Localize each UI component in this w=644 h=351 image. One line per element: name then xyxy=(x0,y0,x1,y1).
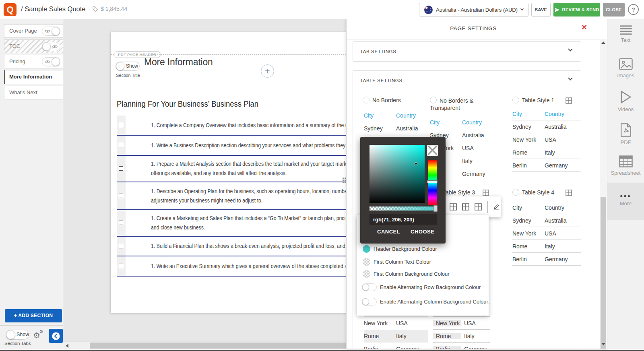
app-window: Q / Sample Sales Quote $ 1,845.44 Austra… xyxy=(0,0,644,351)
section-title-show-toggle[interactable]: Show xyxy=(116,62,140,71)
checklist-item[interactable]: 1. Complete a Company Overview that incl… xyxy=(117,116,352,136)
toolbar-item-images[interactable]: Images xyxy=(607,58,644,78)
quote-price: $ 1,845.44 xyxy=(93,6,127,12)
section-tab-more-information[interactable]: More Information xyxy=(4,70,63,84)
scroll-up-arrow[interactable] xyxy=(601,41,605,44)
radio-button[interactable] xyxy=(512,189,519,196)
visibility-toggle[interactable] xyxy=(42,27,60,36)
visibility-toggle[interactable] xyxy=(42,42,60,51)
settings-gear-icon[interactable]: ⚙⚙ xyxy=(33,330,40,340)
checklist-item[interactable]: 1. Write an Executive Summary which give… xyxy=(117,256,352,277)
section-title[interactable]: More Information xyxy=(144,57,213,68)
drag-handle[interactable] xyxy=(343,178,346,183)
radio-button[interactable] xyxy=(512,97,519,103)
table-cell: Italy xyxy=(545,243,577,250)
add-section-button[interactable]: + ADD SECTION xyxy=(5,309,62,322)
checklist-item[interactable]: 1. Write a Business Description section … xyxy=(117,136,352,156)
checklist-item[interactable]: 1. Build a Financial Plan that shows a b… xyxy=(117,237,352,256)
table-cell: Italy xyxy=(545,149,577,156)
toolbar-item-videos[interactable]: Videos xyxy=(607,90,644,112)
section-label: TOC xyxy=(9,43,20,49)
checkbox[interactable] xyxy=(119,194,123,198)
border-style-icon[interactable] xyxy=(450,203,457,211)
cancel-button[interactable]: CANCEL xyxy=(377,229,400,235)
checkbox[interactable] xyxy=(119,221,123,225)
toolbar-item-pdf[interactable]: PDF xyxy=(607,123,644,145)
visibility-toggle[interactable] xyxy=(42,57,60,66)
toolbar-item-spreadsheet[interactable]: Spreadsheet xyxy=(607,155,644,176)
checkbox[interactable] xyxy=(119,264,123,268)
help-button[interactable]: ? xyxy=(628,4,639,15)
transparent-swatch[interactable] xyxy=(363,258,370,266)
vertical-scrollbar[interactable] xyxy=(600,39,607,349)
checklist-item[interactable]: 1. Describe an Operating Plan for the bu… xyxy=(117,182,352,210)
style-label: No Borders xyxy=(372,97,401,103)
chevron-down-icon xyxy=(520,7,524,10)
transparent-swatch[interactable] xyxy=(363,270,370,278)
review-and-send-button[interactable]: REVIEW & SEND xyxy=(553,3,600,17)
section-tab-whats-next[interactable]: What's Next xyxy=(4,86,63,99)
scroll-left-arrow[interactable] xyxy=(66,344,68,348)
section-tab-pricing[interactable]: Pricing xyxy=(4,55,63,68)
color-swatch[interactable] xyxy=(363,245,370,253)
option-label: Enable Alternating Row Background Colour xyxy=(380,284,481,290)
choose-button[interactable]: CHOOSE xyxy=(411,229,434,235)
scrollbar-thumb[interactable] xyxy=(90,343,346,349)
add-block-button[interactable]: + xyxy=(261,64,274,78)
checkbox[interactable] xyxy=(119,166,123,171)
toolbar-item-more[interactable]: ••• More xyxy=(607,183,644,220)
style-option-table-style-4[interactable]: Table Style 4 xyxy=(512,189,561,197)
saturation-area[interactable] xyxy=(369,145,425,203)
save-button[interactable]: SAVE xyxy=(531,3,551,17)
color-value-input[interactable]: rgb(71, 206, 203) xyxy=(369,214,437,225)
hue-slider-handle[interactable] xyxy=(427,180,438,183)
style-option-no-borders[interactable]: No Borders xyxy=(363,97,423,105)
toolbar-item-text[interactable]: Text xyxy=(607,25,644,43)
collapse-sidebar-button[interactable] xyxy=(49,329,63,343)
toggle[interactable] xyxy=(362,283,377,291)
section-tab-cover-page[interactable]: Cover Page xyxy=(4,24,63,38)
style-option-no-borders-transparent[interactable]: No Borders & Transparent xyxy=(430,97,494,112)
checkbox[interactable] xyxy=(119,244,123,248)
scrollbar-thumb[interactable] xyxy=(601,197,606,349)
hue-slider[interactable] xyxy=(428,160,437,205)
tab-settings-accordion[interactable]: TAB SETTINGS xyxy=(353,41,581,62)
currency-select[interactable]: Australia - Australian Dollars (AUD) xyxy=(419,3,528,17)
section-tabs-toggle[interactable]: Show xyxy=(6,330,29,340)
app-logo[interactable]: Q xyxy=(4,3,17,16)
border-style-icon[interactable] xyxy=(462,203,469,211)
style-option-table-style-1[interactable]: Table Style 1 xyxy=(512,97,561,105)
item-text: 1. Write an Executive Summary which give… xyxy=(151,262,328,271)
alpha-slider[interactable] xyxy=(369,206,437,211)
pen-icon[interactable] xyxy=(493,203,500,211)
alpha-slider-handle[interactable] xyxy=(433,205,438,212)
option-alternating-column-background: Enable Alternating Column Background Col… xyxy=(362,298,488,306)
toggle[interactable] xyxy=(362,298,377,306)
checklist-item[interactable]: 1. Create a Marketing and Sales Plan tha… xyxy=(117,210,352,237)
close-panel-button[interactable]: ✕ xyxy=(581,23,587,32)
scroll-down-arrow[interactable] xyxy=(601,343,605,345)
table-grid-icon[interactable] xyxy=(566,97,572,104)
table-cell: Australia xyxy=(462,132,494,138)
quote-title[interactable]: / Sample Sales Quote xyxy=(21,5,86,13)
topbar-actions: Australia - Australian Dollars (AUD) SAV… xyxy=(419,3,625,17)
review-and-send-label: REVIEW & SEND xyxy=(562,7,599,12)
table-row: New YorkUSA xyxy=(364,317,428,330)
checkbox[interactable] xyxy=(119,143,123,147)
table-header-row: City Country xyxy=(512,107,581,120)
accordion-label: TAB SETTINGS xyxy=(360,49,396,54)
chevron-down-icon[interactable] xyxy=(568,76,572,80)
table-grid-icon[interactable] xyxy=(483,190,489,196)
document-heading[interactable]: Planning For Your Business’ Business Pla… xyxy=(117,99,258,109)
table-row: New YorkUSA xyxy=(433,317,490,330)
radio-button[interactable] xyxy=(363,97,369,103)
no-color-button[interactable] xyxy=(427,145,438,156)
section-tab-toc[interactable]: TOC xyxy=(4,39,63,53)
section-tabs-label: Section Tabs xyxy=(4,341,31,346)
checkbox[interactable] xyxy=(119,123,123,127)
horizontal-scrollbar[interactable] xyxy=(63,341,346,350)
border-style-icon[interactable] xyxy=(475,203,482,211)
close-document-button[interactable]: CLOSE xyxy=(603,3,625,17)
table-grid-icon[interactable] xyxy=(566,190,572,196)
checklist-item[interactable]: 1. Prepare a Market Analysis section tha… xyxy=(117,156,352,182)
